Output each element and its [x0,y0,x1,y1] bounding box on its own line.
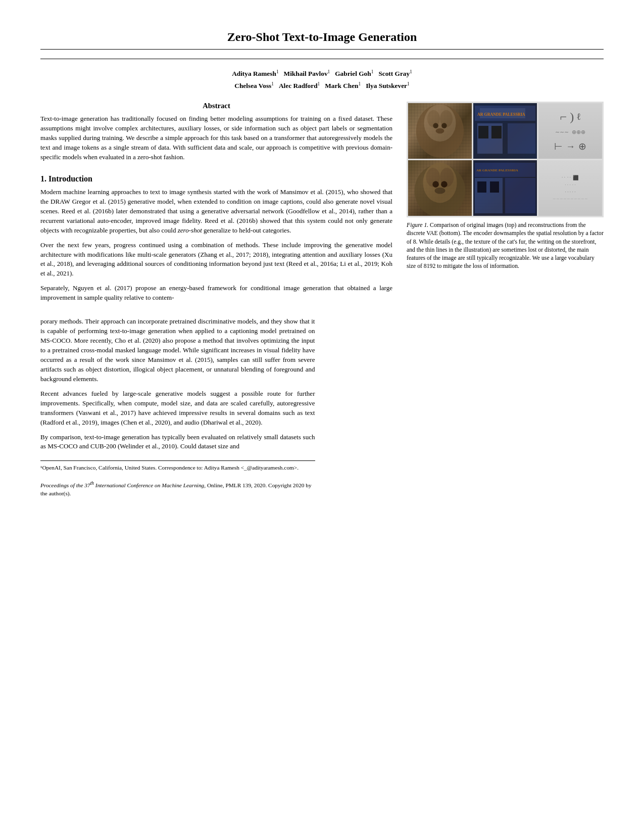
svg-rect-13 [478,126,488,138]
figure-cell-symbols-bottom: · ·· ·⬛ · · ·· · · · · · · ∼∼∼∼∼∼∼∼∼∼ [538,160,602,216]
footnote-1: ¹OpenAI, San Francisco, California, Unit… [40,464,315,472]
author-5: Chelsea Voss1 [234,82,274,89]
bottom-para-left-1: porary methods. Their approach can incor… [40,317,315,384]
authors-block: Aditya Ramesh1 Mikhail Pavlov1 Gabriel G… [40,68,604,91]
svg-point-6 [436,128,444,134]
intro-para-2: Over the next few years, progress contin… [40,241,392,279]
abstract-text: Text-to-image generation has traditional… [40,114,392,162]
author-7: Mark Chen1 [325,82,361,89]
author-1: Aditya Ramesh1 [232,70,278,77]
figure-cell-store-top: AR GRANDE PALESSRIA [473,103,537,159]
svg-point-4 [433,123,438,128]
svg-rect-27 [477,181,486,193]
figure-cell-symbols-top: ⌐ ) ℓ ∼∼∼⊕⊕⊕ ⊢ → ⊕ [538,103,602,159]
bottom-para-left-3: By comparison, text-to-image generation … [40,433,315,452]
svg-rect-28 [490,181,499,193]
intro-para-1: Modern machine learning approaches to te… [40,188,392,236]
author-2: Mikhail Pavlov1 [284,70,330,77]
author-6: Alec Radford1 [279,82,320,89]
svg-rect-14 [491,126,502,138]
bottom-para-left-2: Recent advances fueled by large-scale ge… [40,389,315,428]
svg-rect-10 [508,123,535,154]
page-title: Zero-Shot Text-to-Image Generation [40,30,604,50]
figure-1: AR GRANDE PALESSRIA ⌐ ) ℓ ∼∼∼⊕⊕⊕ [407,102,604,270]
footnote-section: ¹OpenAI, San Francisco, California, Unit… [40,460,315,497]
svg-point-21 [435,188,445,194]
intro-title: 1. Introduction [40,174,392,183]
svg-text:AR GRANDE PALESSRIA: AR GRANDE PALESSRIA [476,168,518,172]
svg-point-5 [441,123,447,128]
author-4: Scott Gray1 [378,70,412,77]
svg-point-20 [441,181,448,188]
figure-cell-animal-top [408,103,472,159]
svg-point-19 [432,181,439,188]
figure-cell-animal-bottom [408,160,472,216]
svg-rect-26 [505,178,535,213]
figure-cell-store-bottom: AR GRANDE PALESSRIA [473,160,537,216]
footnote-2: Proceedings of the 37th International Co… [40,480,315,497]
figure-grid: AR GRANDE PALESSRIA ⌐ ) ℓ ∼∼∼⊕⊕⊕ [407,102,604,217]
author-3: Gabriel Goh1 [335,70,373,77]
abstract-section: Abstract Text-to-image generation has tr… [40,102,392,162]
author-8: Ilya Sutskever1 [366,82,410,89]
intro-section: 1. Introduction Modern machine learning … [40,174,392,303]
svg-text:AR GRANDE PALESSRIA: AR GRANDE PALESSRIA [477,112,525,117]
abstract-title: Abstract [40,102,392,110]
intro-para-3: Separately, Nguyen et al. (2017) propose… [40,284,392,303]
figure-caption: Figure 1. Comparison of original images … [407,221,604,270]
